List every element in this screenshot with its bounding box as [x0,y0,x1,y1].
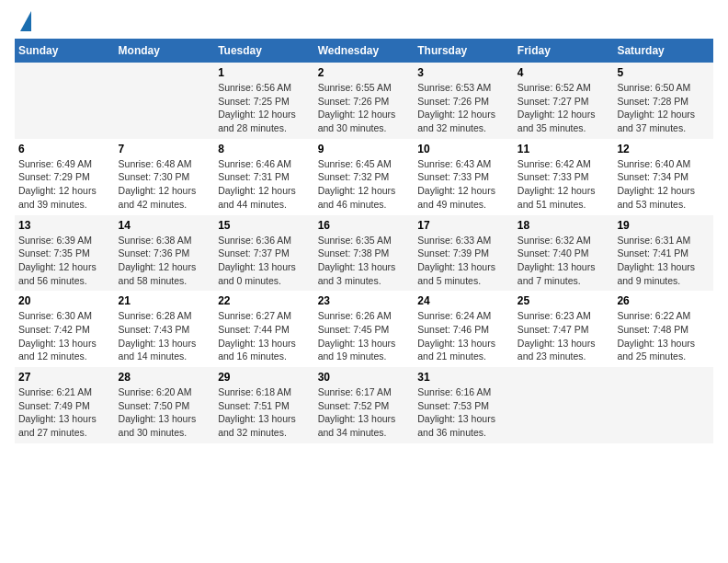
day-info: Sunrise: 6:56 AM Sunset: 7:25 PM Dayligh… [218,81,311,135]
day-number: 11 [518,143,610,155]
logo [15,15,31,31]
calendar-week-row: 27Sunrise: 6:21 AM Sunset: 7:49 PM Dayli… [15,367,713,443]
calendar-cell: 1Sunrise: 6:56 AM Sunset: 7:25 PM Daylig… [214,63,314,139]
day-number: 28 [119,371,211,384]
calendar-cell: 2Sunrise: 6:55 AM Sunset: 7:26 PM Daylig… [314,63,415,139]
calendar-cell [613,367,713,443]
calendar-cell [115,63,215,139]
day-number: 16 [318,219,411,232]
calendar-cell: 17Sunrise: 6:33 AM Sunset: 7:39 PM Dayli… [414,215,514,292]
weekday-header: Sunday [15,39,115,63]
day-number: 27 [18,371,111,384]
calendar-cell: 21Sunrise: 6:28 AM Sunset: 7:43 PM Dayli… [115,291,215,367]
calendar-cell [514,367,614,443]
calendar-cell: 19Sunrise: 6:31 AM Sunset: 7:41 PM Dayli… [613,215,713,292]
day-number: 15 [218,219,311,232]
day-info: Sunrise: 6:45 AM Sunset: 7:32 PM Dayligh… [318,157,411,212]
weekday-header: Tuesday [214,39,314,63]
calendar-cell: 6Sunrise: 6:49 AM Sunset: 7:29 PM Daylig… [15,139,115,215]
day-info: Sunrise: 6:22 AM Sunset: 7:48 PM Dayligh… [617,309,710,363]
day-number: 13 [18,219,111,232]
day-number: 22 [218,294,311,307]
day-number: 17 [417,219,510,232]
day-info: Sunrise: 6:26 AM Sunset: 7:45 PM Dayligh… [318,309,411,363]
page-header [15,15,713,31]
day-number: 18 [518,219,610,232]
day-info: Sunrise: 6:28 AM Sunset: 7:43 PM Dayligh… [119,309,211,363]
day-number: 24 [417,294,510,307]
calendar-cell: 11Sunrise: 6:42 AM Sunset: 7:33 PM Dayli… [514,139,614,215]
day-info: Sunrise: 6:36 AM Sunset: 7:37 PM Dayligh… [218,234,311,288]
calendar-cell: 31Sunrise: 6:16 AM Sunset: 7:53 PM Dayli… [414,367,514,443]
day-info: Sunrise: 6:53 AM Sunset: 7:26 PM Dayligh… [417,81,510,135]
weekday-header: Wednesday [314,39,415,63]
day-info: Sunrise: 6:18 AM Sunset: 7:51 PM Dayligh… [218,385,311,440]
day-info: Sunrise: 6:33 AM Sunset: 7:39 PM Dayligh… [417,234,510,288]
day-number: 5 [617,66,710,79]
calendar-week-row: 13Sunrise: 6:39 AM Sunset: 7:35 PM Dayli… [15,215,713,292]
calendar-cell: 5Sunrise: 6:50 AM Sunset: 7:28 PM Daylig… [613,63,713,139]
day-info: Sunrise: 6:43 AM Sunset: 7:33 PM Dayligh… [417,157,510,212]
day-number: 2 [318,66,411,79]
calendar-week-row: 1Sunrise: 6:56 AM Sunset: 7:25 PM Daylig… [15,63,713,139]
calendar-cell: 9Sunrise: 6:45 AM Sunset: 7:32 PM Daylig… [314,139,415,215]
day-number: 6 [18,143,111,155]
day-info: Sunrise: 6:35 AM Sunset: 7:38 PM Dayligh… [318,234,411,288]
day-info: Sunrise: 6:32 AM Sunset: 7:40 PM Dayligh… [518,234,610,288]
calendar-cell: 28Sunrise: 6:20 AM Sunset: 7:50 PM Dayli… [115,367,215,443]
day-number: 1 [218,66,311,79]
day-info: Sunrise: 6:31 AM Sunset: 7:41 PM Dayligh… [617,234,710,288]
day-number: 12 [617,143,710,155]
calendar-cell: 27Sunrise: 6:21 AM Sunset: 7:49 PM Dayli… [15,367,115,443]
calendar-cell: 12Sunrise: 6:40 AM Sunset: 7:34 PM Dayli… [613,139,713,215]
day-number: 10 [417,143,510,155]
calendar-week-row: 20Sunrise: 6:30 AM Sunset: 7:42 PM Dayli… [15,291,713,367]
day-number: 9 [318,143,411,155]
day-info: Sunrise: 6:20 AM Sunset: 7:50 PM Dayligh… [119,385,211,440]
day-info: Sunrise: 6:42 AM Sunset: 7:33 PM Dayligh… [518,157,610,212]
calendar-cell: 20Sunrise: 6:30 AM Sunset: 7:42 PM Dayli… [15,291,115,367]
calendar-cell: 22Sunrise: 6:27 AM Sunset: 7:44 PM Dayli… [214,291,314,367]
calendar-cell: 3Sunrise: 6:53 AM Sunset: 7:26 PM Daylig… [414,63,514,139]
day-number: 26 [617,294,710,307]
calendar-cell: 26Sunrise: 6:22 AM Sunset: 7:48 PM Dayli… [613,291,713,367]
calendar-cell: 23Sunrise: 6:26 AM Sunset: 7:45 PM Dayli… [314,291,415,367]
day-info: Sunrise: 6:17 AM Sunset: 7:52 PM Dayligh… [318,385,411,440]
day-info: Sunrise: 6:39 AM Sunset: 7:35 PM Dayligh… [18,234,111,288]
day-number: 30 [318,371,411,384]
day-number: 8 [218,143,311,155]
day-info: Sunrise: 6:21 AM Sunset: 7:49 PM Dayligh… [18,385,111,440]
day-info: Sunrise: 6:24 AM Sunset: 7:46 PM Dayligh… [417,309,510,363]
day-info: Sunrise: 6:27 AM Sunset: 7:44 PM Dayligh… [218,309,311,363]
day-number: 29 [218,371,311,384]
calendar-cell: 10Sunrise: 6:43 AM Sunset: 7:33 PM Dayli… [414,139,514,215]
day-info: Sunrise: 6:48 AM Sunset: 7:30 PM Dayligh… [119,157,211,212]
calendar-cell: 18Sunrise: 6:32 AM Sunset: 7:40 PM Dayli… [514,215,614,292]
day-info: Sunrise: 6:16 AM Sunset: 7:53 PM Dayligh… [417,385,510,440]
calendar-table: SundayMondayTuesdayWednesdayThursdayFrid… [15,39,713,443]
day-number: 14 [119,219,211,232]
calendar-cell: 7Sunrise: 6:48 AM Sunset: 7:30 PM Daylig… [115,139,215,215]
logo-triangle-icon [20,11,31,31]
weekday-header-row: SundayMondayTuesdayWednesdayThursdayFrid… [15,39,713,63]
day-info: Sunrise: 6:40 AM Sunset: 7:34 PM Dayligh… [617,157,710,212]
day-info: Sunrise: 6:23 AM Sunset: 7:47 PM Dayligh… [518,309,610,363]
calendar-week-row: 6Sunrise: 6:49 AM Sunset: 7:29 PM Daylig… [15,139,713,215]
day-info: Sunrise: 6:49 AM Sunset: 7:29 PM Dayligh… [18,157,111,212]
day-number: 31 [417,371,510,384]
day-info: Sunrise: 6:38 AM Sunset: 7:36 PM Dayligh… [119,234,211,288]
day-number: 19 [617,219,710,232]
day-info: Sunrise: 6:52 AM Sunset: 7:27 PM Dayligh… [518,81,610,135]
day-number: 23 [318,294,411,307]
calendar-cell [15,63,115,139]
weekday-header: Saturday [613,39,713,63]
weekday-header: Friday [514,39,614,63]
day-number: 4 [518,66,610,79]
day-number: 25 [518,294,610,307]
weekday-header: Thursday [414,39,514,63]
weekday-header: Monday [115,39,215,63]
calendar-cell: 25Sunrise: 6:23 AM Sunset: 7:47 PM Dayli… [514,291,614,367]
day-number: 3 [417,66,510,79]
day-info: Sunrise: 6:50 AM Sunset: 7:28 PM Dayligh… [617,81,710,135]
calendar-cell: 15Sunrise: 6:36 AM Sunset: 7:37 PM Dayli… [214,215,314,292]
